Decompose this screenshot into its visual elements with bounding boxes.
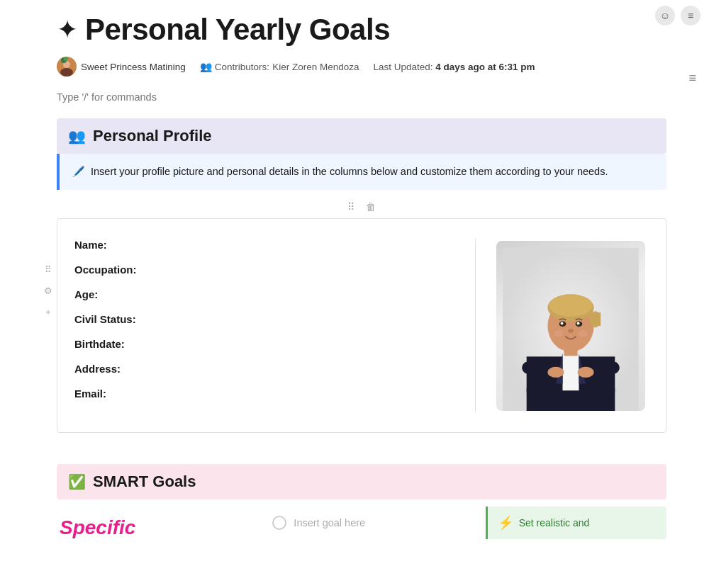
goal-placeholder: Insert goal here: [294, 517, 365, 528]
svg-point-13: [547, 366, 564, 377]
goal-input-col[interactable]: Insert goal here: [258, 507, 485, 539]
contributors-label: Contributors:: [215, 62, 269, 72]
smart-goals-header: ✅ SMART Goals: [57, 464, 666, 499]
svg-rect-20: [591, 312, 601, 326]
profile-table: Name: Occupation: Age: Civil Status: Bir…: [57, 218, 666, 433]
specific-label: Specific: [60, 516, 135, 538]
checkmark-icon: ✅: [68, 473, 86, 490]
personal-profile-section: 👥 Personal Profile 🖊️ Insert your profil…: [57, 118, 666, 433]
svg-point-27: [579, 330, 588, 337]
contributors-name: Kier Zoren Mendoza: [272, 62, 359, 72]
command-input[interactable]: [57, 91, 666, 103]
field-civil-status: Civil Status:: [74, 313, 444, 325]
field-occupation: Occupation:: [74, 264, 444, 276]
page-title: Personal Yearly Goals: [85, 13, 390, 47]
smart-goals-section: ✅ SMART Goals Specific Insert goal here …: [57, 464, 666, 539]
smart-goals-title: SMART Goals: [93, 473, 196, 491]
svg-point-14: [578, 366, 594, 377]
svg-point-4: [64, 57, 68, 61]
author-name: Sweet Princess Matining: [81, 62, 186, 72]
profile-icon: 👥: [68, 128, 86, 145]
realistic-col: ⚡ Set realistic and: [486, 507, 666, 539]
profile-photo: [496, 241, 645, 411]
specific-col: Specific: [57, 507, 258, 539]
radio-circle[interactable]: [272, 516, 286, 530]
svg-point-18: [549, 295, 592, 317]
author-info: Sweet Princess Matining: [57, 57, 186, 77]
last-updated: Last Updated: 4 days ago at 6:31 pm: [373, 62, 535, 72]
page-title-row: ✦ Personal Yearly Goals: [57, 13, 666, 47]
author-avatar: [57, 57, 77, 77]
meta-row: Sweet Princess Matining 👥 Contributors: …: [57, 57, 666, 77]
profile-title: Personal Profile: [93, 127, 212, 145]
table-controls: ⠿ 🗑: [57, 196, 666, 218]
table-drag-icon[interactable]: ⠿: [347, 201, 354, 213]
info-text: Insert your profile picture and personal…: [91, 164, 608, 180]
realistic-text: Set realistic and: [519, 517, 590, 528]
profile-fields: Name: Occupation: Age: Civil Status: Bir…: [74, 239, 458, 412]
field-birthdate: Birthdate:: [74, 338, 444, 350]
field-name: Name:: [74, 239, 444, 251]
field-age: Age:: [74, 288, 444, 300]
info-block: 🖊️ Insert your profile picture and perso…: [57, 154, 666, 190]
person-illustration: [500, 248, 642, 411]
svg-rect-8: [563, 353, 579, 390]
svg-point-24: [577, 322, 580, 324]
profile-divider: [475, 239, 476, 412]
smart-row: Specific Insert goal here ⚡ Set realisti…: [57, 507, 666, 539]
table-delete-icon[interactable]: 🗑: [366, 201, 376, 213]
contributors-info: 👥 Contributors: Kier Zoren Mendoza: [200, 61, 359, 72]
profile-photo-area: [493, 239, 649, 412]
svg-point-25: [568, 329, 574, 333]
svg-point-2: [60, 68, 73, 77]
field-address: Address:: [74, 363, 444, 375]
personal-profile-header: 👥 Personal Profile: [57, 118, 666, 154]
info-icon: 🖊️: [72, 164, 85, 180]
realistic-icon: ⚡: [498, 515, 513, 531]
svg-point-23: [561, 322, 564, 324]
field-email: Email:: [74, 388, 444, 400]
svg-point-26: [554, 330, 563, 337]
sparkle-icon: ✦: [57, 17, 78, 43]
contributors-icon: 👥: [200, 61, 212, 72]
